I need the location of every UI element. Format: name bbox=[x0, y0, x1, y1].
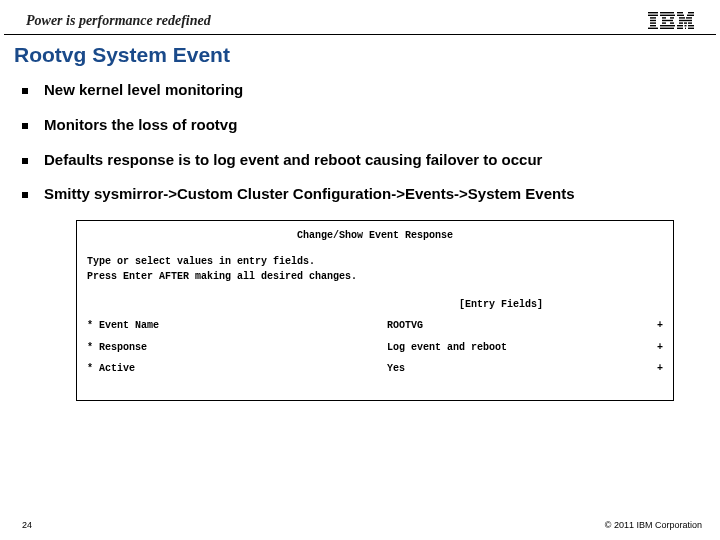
svg-rect-10 bbox=[670, 17, 674, 18]
field-value: ROOTVG bbox=[387, 319, 649, 333]
svg-rect-25 bbox=[688, 22, 692, 23]
panel-title: Change/Show Event Response bbox=[87, 229, 663, 243]
svg-rect-26 bbox=[677, 25, 683, 26]
panel-row: * Active Yes + bbox=[87, 362, 663, 376]
field-label: * Response bbox=[87, 341, 387, 355]
svg-rect-21 bbox=[686, 17, 692, 18]
page-number: 24 bbox=[22, 520, 32, 530]
smit-panel: Change/Show Event Response Type or selec… bbox=[76, 220, 674, 401]
ibm-logo-icon bbox=[648, 12, 694, 30]
svg-rect-22 bbox=[679, 20, 692, 21]
field-selector-icon: + bbox=[649, 362, 663, 376]
svg-rect-11 bbox=[662, 20, 673, 21]
svg-rect-3 bbox=[650, 20, 656, 21]
bullet-list: New kernel level monitoring Monitors the… bbox=[0, 81, 720, 204]
svg-rect-18 bbox=[677, 15, 684, 16]
field-selector-icon: + bbox=[649, 341, 663, 355]
svg-rect-6 bbox=[648, 28, 658, 29]
svg-rect-31 bbox=[688, 28, 694, 29]
svg-rect-4 bbox=[650, 22, 656, 23]
svg-rect-7 bbox=[660, 12, 674, 13]
svg-rect-24 bbox=[684, 22, 687, 23]
slide-footer: 24 © 2011 IBM Corporation bbox=[0, 520, 720, 530]
svg-rect-29 bbox=[677, 28, 683, 29]
svg-rect-9 bbox=[662, 17, 666, 18]
svg-rect-0 bbox=[648, 12, 658, 13]
field-value: Yes bbox=[387, 362, 649, 376]
svg-rect-16 bbox=[677, 12, 683, 13]
list-item: Defaults response is to log event and re… bbox=[28, 151, 700, 170]
panel-row: * Response Log event and reboot + bbox=[87, 341, 663, 355]
svg-rect-30 bbox=[685, 28, 686, 29]
svg-rect-17 bbox=[688, 12, 694, 13]
panel-instruction: Type or select values in entry fields. bbox=[87, 255, 663, 269]
svg-rect-1 bbox=[648, 15, 658, 16]
slide-title: Rootvg System Event bbox=[0, 35, 720, 81]
field-label: * Active bbox=[87, 362, 387, 376]
field-value: Log event and reboot bbox=[387, 341, 649, 355]
list-item: Smitty sysmirror->Custom Cluster Configu… bbox=[28, 185, 700, 204]
svg-rect-8 bbox=[660, 15, 675, 16]
svg-rect-13 bbox=[670, 22, 674, 23]
svg-rect-5 bbox=[650, 25, 656, 26]
field-label: * Event Name bbox=[87, 319, 387, 333]
field-selector-icon: + bbox=[649, 319, 663, 333]
svg-rect-19 bbox=[687, 15, 694, 16]
svg-rect-14 bbox=[660, 25, 675, 26]
svg-rect-27 bbox=[685, 25, 687, 26]
svg-rect-12 bbox=[662, 22, 666, 23]
panel-row: * Event Name ROOTVG + bbox=[87, 319, 663, 333]
svg-rect-2 bbox=[650, 17, 656, 18]
svg-rect-15 bbox=[660, 28, 674, 29]
svg-rect-23 bbox=[679, 22, 683, 23]
panel-instruction: Press Enter AFTER making all desired cha… bbox=[87, 270, 663, 284]
svg-rect-28 bbox=[688, 25, 694, 26]
list-item: New kernel level monitoring bbox=[28, 81, 700, 100]
copyright: © 2011 IBM Corporation bbox=[605, 520, 702, 530]
svg-rect-20 bbox=[679, 17, 685, 18]
entry-fields-label: [Entry Fields] bbox=[87, 298, 663, 312]
tagline: Power is performance redefined bbox=[26, 13, 211, 29]
slide-header: Power is performance redefined bbox=[4, 0, 716, 35]
list-item: Monitors the loss of rootvg bbox=[28, 116, 700, 135]
